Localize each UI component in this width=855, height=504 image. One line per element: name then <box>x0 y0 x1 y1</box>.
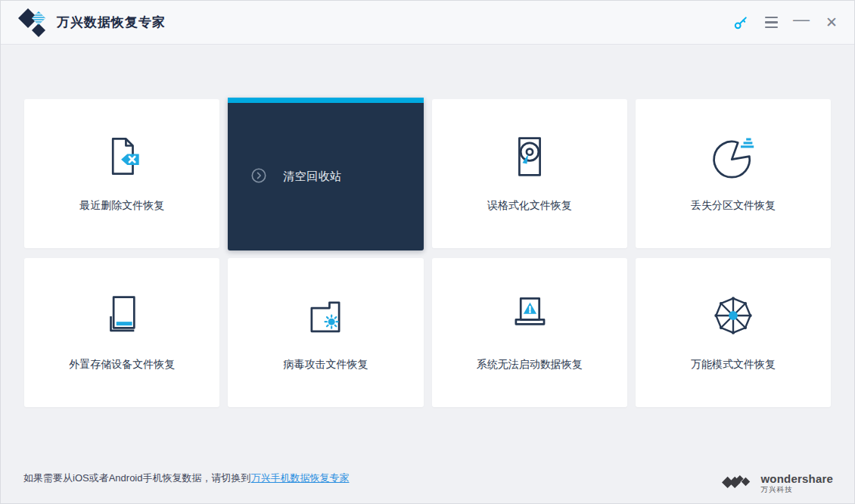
minimize-icon[interactable]: — <box>786 5 816 35</box>
brand-subtitle: 万兴科技 <box>760 486 833 494</box>
footer-note: 如果需要从iOS或者Android手机恢复数据，请切换到万兴手机数据恢复专家 <box>23 471 349 485</box>
hard-disk-icon <box>508 135 552 179</box>
key-icon[interactable] <box>726 8 756 38</box>
mode-card-lost-partition[interactable]: 丢失分区文件恢复 <box>636 99 831 248</box>
wondershare-logo-icon <box>722 472 754 494</box>
brand-name: wondershare <box>760 472 833 485</box>
mode-card-empty-recycle-bin[interactable]: 清空回收站 <box>228 98 423 250</box>
mode-card-external-device[interactable]: 外置存储设备文件恢复 <box>24 258 219 407</box>
app-window: 万兴数据恢复专家 — ✕ <box>0 0 855 504</box>
active-highlight-bar <box>228 98 423 103</box>
app-logo-icon <box>17 8 48 38</box>
mode-card-system-crash[interactable]: 系统无法启动数据恢复 <box>432 258 627 407</box>
titlebar-controls: — ✕ <box>726 8 847 38</box>
footer-text: 如果需要从iOS或者Android手机恢复数据，请切换到 <box>23 472 250 484</box>
mode-card-label: 万能模式文件恢复 <box>691 358 776 372</box>
brand-block: wondershare 万兴科技 <box>722 472 833 494</box>
mobile-recovery-link[interactable]: 万兴手机数据恢复专家 <box>250 472 349 484</box>
mode-card-label: 误格式化文件恢复 <box>487 199 572 213</box>
mode-card-label: 外置存储设备文件恢复 <box>69 358 175 372</box>
hamburger-menu-icon[interactable] <box>756 8 786 38</box>
mode-card-label: 病毒攻击文件恢复 <box>283 358 368 372</box>
mode-card-label: 丢失分区文件恢复 <box>691 199 776 213</box>
mode-card-recent-delete[interactable]: 最近删除文件恢复 <box>24 99 219 248</box>
mode-card-all-around[interactable]: 万能模式文件恢复 <box>636 258 831 407</box>
mode-card-label: 系统无法启动数据恢复 <box>477 358 583 372</box>
recovery-mode-grid: 最近删除文件恢复 清空回收站 <box>24 99 831 407</box>
wheel-icon <box>711 294 755 338</box>
laptop-warning-icon <box>508 294 552 338</box>
mode-card-label: 最近删除文件恢复 <box>79 199 164 213</box>
app-title: 万兴数据恢复专家 <box>57 14 166 31</box>
mode-card-label: 清空回收站 <box>283 170 342 184</box>
virus-folder-icon <box>303 294 347 338</box>
titlebar: 万兴数据恢复专家 — ✕ <box>1 1 854 45</box>
close-icon[interactable]: ✕ <box>816 8 847 38</box>
file-delete-icon <box>100 135 144 179</box>
external-drive-icon <box>100 294 144 338</box>
partition-pie-icon <box>711 135 755 179</box>
mode-card-virus-attack[interactable]: 病毒攻击文件恢复 <box>228 258 423 407</box>
circle-arrow-icon <box>250 167 267 187</box>
mode-card-formatted[interactable]: 误格式化文件恢复 <box>432 99 627 248</box>
